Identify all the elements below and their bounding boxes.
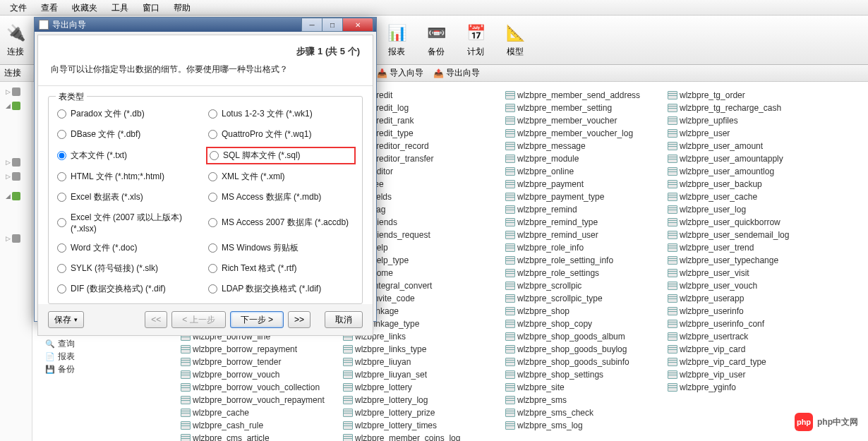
table-row[interactable]: wlzbpre_cache <box>181 406 343 419</box>
format-radio[interactable]: Paradox 文件 (*.db) <box>57 108 203 120</box>
maximize-button[interactable]: □ <box>322 18 343 32</box>
table-row[interactable]: wlzbpre_member_coins_log <box>343 432 505 441</box>
format-radio[interactable]: SQL 脚本文件 (*.sql) <box>208 149 354 162</box>
table-row[interactable]: wlzbpre_liuyan <box>343 356 505 368</box>
format-radio[interactable]: MS Access 2007 数据库 (*.accdb) <box>208 212 354 234</box>
table-row[interactable]: wlzbpre_role_settings <box>505 267 668 279</box>
close-button[interactable]: ✕ <box>342 18 373 32</box>
minimize-button[interactable]: ─ <box>301 18 323 32</box>
toolbar-button[interactable]: 📼备份 <box>425 22 447 58</box>
table-row[interactable]: wlzbpre_shop_copy <box>505 318 668 330</box>
table-row[interactable]: wlzbpre_user_cache <box>668 191 830 203</box>
table-row[interactable]: wlzbpre_sms_check <box>505 406 668 419</box>
tree-item[interactable]: ▷ <box>0 231 32 246</box>
table-row[interactable]: wlzbpre_lottery <box>343 381 505 394</box>
table-row[interactable]: wlzbpre_tg_order <box>668 89 830 102</box>
prev-button[interactable]: < 上一步 <box>171 311 225 328</box>
tree-item[interactable]: 📄报表 <box>45 350 181 363</box>
table-row[interactable]: wlzbpre_member_setting <box>505 102 668 114</box>
table-row[interactable]: wlzbpre_lottery_log <box>343 394 505 406</box>
table-row[interactable]: wlzbpre_yginfo <box>668 381 830 394</box>
table-row[interactable]: wlzbpre_user_amount <box>668 140 830 152</box>
tree-item[interactable]: ▷ <box>0 169 32 183</box>
table-row[interactable]: wlzbpre_user_amountlog <box>668 165 830 178</box>
format-radio[interactable]: MS Access 数据库 (*.mdb) <box>208 191 354 203</box>
table-row[interactable]: wlzbpre_shop_goods_buylog <box>505 343 668 356</box>
format-radio[interactable]: MS Windows 剪贴板 <box>208 242 354 254</box>
table-row[interactable]: wlzbpre_role_setting_info <box>505 254 668 267</box>
table-row[interactable]: wlzbpre_borrow_repayment <box>181 343 343 356</box>
format-radio[interactable]: XML 文件 (*.xml) <box>208 171 354 183</box>
format-radio[interactable]: HTML 文件 (*.htm;*.html) <box>57 171 203 183</box>
tree-item[interactable]: ◢ <box>0 99 32 113</box>
table-row[interactable]: wlzbpre_module <box>505 152 668 165</box>
table-row[interactable]: wlzbpre_user_visit <box>668 267 830 279</box>
table-row[interactable]: wlzbpre_borrow_vouch_collection <box>181 381 343 394</box>
table-row[interactable]: wlzbpre_usertrack <box>668 330 830 343</box>
tree-item[interactable]: 🔍查询 <box>45 337 181 350</box>
table-row[interactable]: wlzbpre_shop <box>505 305 668 318</box>
table-row[interactable]: wlzbpre_remind_type <box>505 216 668 229</box>
table-row[interactable]: wlzbpre_liuyan_set <box>343 368 505 381</box>
table-row[interactable]: wlzbpre_shop_goods_subinfo <box>505 356 668 368</box>
first-button[interactable]: << <box>145 311 167 328</box>
toolbar-button[interactable]: 🔌连接 <box>4 22 27 58</box>
tree-item[interactable]: 💾备份 <box>45 363 181 375</box>
table-row[interactable]: wlzbpre_member_send_address <box>505 89 668 102</box>
menu-item[interactable]: 收藏夹 <box>65 0 104 15</box>
table-row[interactable]: wlzbpre_vip_card_type <box>668 356 830 368</box>
table-row[interactable]: wlzbpre_shop_settings <box>505 368 668 381</box>
table-row[interactable]: wlzbpre_vip_user <box>668 368 830 381</box>
menu-item[interactable]: 工具 <box>104 0 135 15</box>
table-row[interactable]: wlzbpre_user_log <box>668 203 830 216</box>
table-row[interactable]: wlzbpre_online <box>505 165 668 178</box>
table-row[interactable]: wlzbpre_scrollpic_type <box>505 292 668 305</box>
table-row[interactable]: wlzbpre_userinfo_conf <box>668 318 830 330</box>
format-radio[interactable]: LDAP 数据交换格式 (*.ldif) <box>208 283 354 295</box>
last-button[interactable]: >> <box>288 311 311 328</box>
menu-item[interactable]: 文件 <box>3 0 34 15</box>
table-row[interactable]: wlzbpre_user_backup <box>668 178 830 191</box>
next-button[interactable]: 下一步 > <box>230 311 284 328</box>
menu-item[interactable]: 查看 <box>34 0 65 15</box>
table-row[interactable]: wlzbpre_user_trend <box>668 241 830 254</box>
table-row[interactable]: wlzbpre_member_voucher <box>505 114 668 127</box>
table-row[interactable]: wlzbpre_borrow_tender <box>181 356 343 368</box>
table-row[interactable]: wlzbpre_payment_type <box>505 191 668 203</box>
menu-item[interactable]: 窗口 <box>135 0 167 15</box>
tree-item[interactable]: ▷ <box>0 155 32 169</box>
table-row[interactable]: wlzbpre_borrow_vouch <box>181 368 343 381</box>
format-radio[interactable]: Lotus 1-2-3 文件 (*.wk1) <box>208 108 354 120</box>
nav-link[interactable]: 📤导出向导 <box>433 67 480 79</box>
table-row[interactable]: wlzbpre_user_typechange <box>668 254 830 267</box>
table-row[interactable]: wlzbpre_scrollpic <box>505 279 668 292</box>
table-row[interactable]: wlzbpre_payment <box>505 178 668 191</box>
table-row[interactable]: wlzbpre_cash_rule <box>181 419 343 432</box>
table-row[interactable]: wlzbpre_shop_goods_album <box>505 330 668 343</box>
table-row[interactable]: wlzbpre_user_amountapply <box>668 152 830 165</box>
tree-item[interactable]: ◢ <box>0 189 32 203</box>
format-radio[interactable]: 文本文件 (*.txt) <box>57 149 203 162</box>
toolbar-button[interactable]: 📊报表 <box>385 22 408 58</box>
table-row[interactable]: wlzbpre_site <box>505 381 668 394</box>
table-row[interactable]: wlzbpre_sms <box>505 394 668 406</box>
format-radio[interactable]: Rich Text 格式 (*.rtf) <box>208 262 354 274</box>
cancel-button[interactable]: 取消 <box>325 311 363 328</box>
format-radio[interactable]: Excel 数据表 (*.xls) <box>57 191 203 203</box>
table-row[interactable]: wlzbpre_vip_card <box>668 343 830 356</box>
menu-item[interactable]: 帮助 <box>167 0 198 15</box>
toolbar-button[interactable]: 📅计划 <box>464 22 487 58</box>
dialog-titlebar[interactable]: 导出向导 ─ □ ✕ <box>35 18 376 32</box>
table-row[interactable]: wlzbpre_tg_recharge_cash <box>668 102 830 114</box>
format-radio[interactable]: SYLK (符号链接) (*.slk) <box>57 262 203 274</box>
table-row[interactable]: wlzbpre_message <box>505 140 668 152</box>
table-row[interactable]: wlzbpre_user <box>668 127 830 140</box>
format-radio[interactable]: DBase 文件 (*.dbf) <box>57 128 203 140</box>
table-row[interactable]: wlzbpre_member_voucher_log <box>505 127 668 140</box>
format-radio[interactable]: QuattroPro 文件 (*.wq1) <box>208 128 354 140</box>
format-radio[interactable]: DIF (数据交换格式) (*.dif) <box>57 283 203 295</box>
table-row[interactable]: wlzbpre_lottery_times <box>343 419 505 432</box>
format-radio[interactable]: Word 文件 (*.doc) <box>57 242 203 254</box>
table-row[interactable]: wlzbpre_links_type <box>343 343 505 356</box>
table-row[interactable]: wlzbpre_user_sendemail_log <box>668 229 830 241</box>
